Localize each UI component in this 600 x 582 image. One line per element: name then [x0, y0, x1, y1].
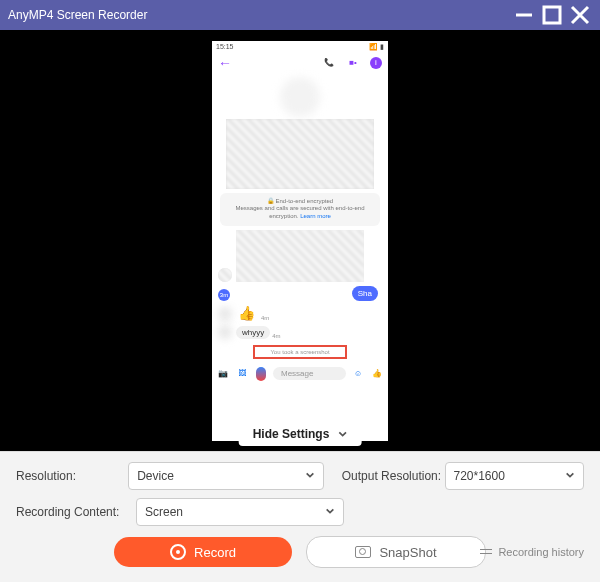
window-title: AnyMP4 Screen Recorder — [8, 8, 508, 22]
outgoing-bubble: Sha — [352, 286, 378, 301]
record-button[interactable]: Record — [114, 537, 292, 567]
recording-history-link[interactable]: Recording history — [480, 546, 584, 558]
contact-avatar — [280, 77, 320, 117]
output-resolution-select[interactable]: 720*1600 — [445, 462, 584, 490]
mic-icon[interactable] — [254, 367, 268, 381]
settings-panel: Resolution: Device Output Resolution: 72… — [0, 451, 600, 582]
message-input[interactable]: Message — [273, 367, 346, 380]
output-resolution-value: 720*1600 — [454, 469, 505, 483]
resolution-value: Device — [137, 469, 174, 483]
like-icon[interactable]: 👍 — [370, 367, 384, 381]
audio-call-icon[interactable]: 📞 — [322, 56, 336, 70]
status-icons: 📶 ▮ — [369, 43, 384, 51]
output-resolution-label: Output Resolution: — [342, 469, 445, 483]
status-time: 15:15 — [216, 43, 234, 50]
encryption-notice: 🔒 End-to-end encrypted Messages and call… — [220, 193, 380, 226]
gallery-icon[interactable]: 🖼 — [235, 367, 249, 381]
phone-status-bar: 15:15 📶 ▮ — [212, 41, 388, 53]
close-button[interactable] — [568, 3, 592, 27]
title-bar: AnyMP4 Screen Recorder — [0, 0, 600, 30]
hide-settings-button[interactable]: Hide Settings — [239, 422, 362, 446]
emoji-icon[interactable]: ☺ — [351, 367, 365, 381]
chevron-down-icon — [337, 429, 347, 439]
app-window: AnyMP4 Screen Recorder 15:15 📶 ▮ ← 📞 ■• … — [0, 0, 600, 582]
screenshot-notice: You took a screenshot — [253, 345, 347, 359]
list-icon — [480, 547, 492, 557]
camera-icon[interactable]: 📷 — [216, 367, 230, 381]
thumbs-up-icon: 👍 — [238, 305, 255, 321]
resolution-label: Resolution: — [16, 469, 128, 483]
phone-preview: 15:15 📶 ▮ ← 📞 ■• i 🔒 End-to-end encrypte… — [212, 41, 388, 441]
sender-avatar — [218, 268, 232, 282]
hide-settings-label: Hide Settings — [253, 427, 330, 441]
resolution-select[interactable]: Device — [128, 462, 324, 490]
encryption-learn-more-link[interactable]: Learn more — [300, 213, 331, 219]
camera-icon — [355, 546, 371, 558]
snapshot-button[interactable]: SnapShot — [306, 536, 486, 568]
chevron-down-icon — [299, 469, 315, 483]
message-timestamp: 4m — [272, 333, 280, 339]
sender-avatar — [218, 325, 232, 339]
preview-area: 15:15 📶 ▮ ← 📞 ■• i 🔒 End-to-end encrypte… — [0, 30, 600, 451]
recording-content-value: Screen — [145, 505, 183, 519]
sender-avatar — [218, 307, 232, 321]
chevron-down-icon — [319, 505, 335, 519]
record-label: Record — [194, 545, 236, 560]
blurred-image-block — [226, 119, 374, 189]
reaction-timestamp: 4m — [261, 315, 269, 321]
minimize-button[interactable] — [512, 3, 536, 27]
video-call-icon[interactable]: ■• — [346, 56, 360, 70]
recording-history-label: Recording history — [498, 546, 584, 558]
recording-content-label: Recording Content: — [16, 505, 136, 519]
encryption-title: End-to-end encrypted — [275, 198, 333, 204]
info-icon[interactable]: i — [370, 57, 382, 69]
back-icon[interactable]: ← — [218, 55, 232, 71]
incoming-bubble: whyyy — [236, 326, 270, 339]
chevron-down-icon — [559, 469, 575, 483]
snapshot-label: SnapShot — [379, 545, 436, 560]
chat-header: ← 📞 ■• i — [212, 53, 388, 73]
record-icon — [170, 544, 186, 560]
message-composer: 📷 🖼 Message ☺ 👍 — [212, 363, 388, 385]
blurred-message-block — [236, 230, 364, 282]
recording-content-select[interactable]: Screen — [136, 498, 344, 526]
time-badge: 3m — [218, 289, 230, 301]
maximize-button[interactable] — [540, 3, 564, 27]
